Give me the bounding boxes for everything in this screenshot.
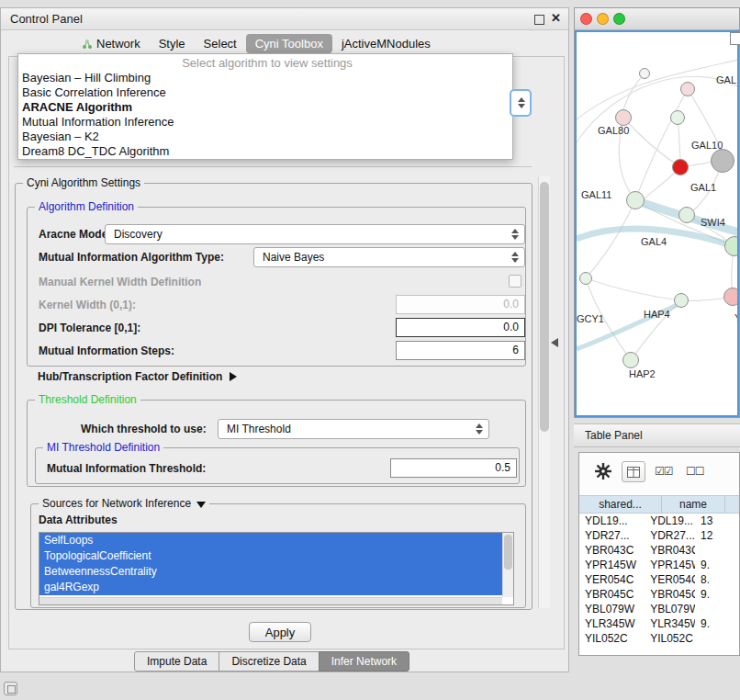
close-icon[interactable]: ✕	[551, 11, 561, 25]
scrollbar-thumb[interactable]	[540, 182, 549, 432]
tab-jactivemnodules[interactable]: jActiveMNodules	[332, 34, 440, 53]
table-row[interactable]: YDR27...YDR27...12	[579, 528, 739, 543]
network-node[interactable]	[723, 288, 737, 306]
table-cell: YDR27...	[579, 528, 645, 543]
combo-value: Discovery	[114, 228, 163, 241]
list-item[interactable]: gal4RGexp	[39, 580, 502, 595]
kernel-width-label: Kernel Width (0,1):	[39, 295, 136, 315]
network-node[interactable]	[626, 191, 645, 209]
which-threshold-combo[interactable]: MI Threshold	[218, 419, 489, 439]
scrollbar-button[interactable]	[730, 32, 740, 45]
column-header-name[interactable]: name	[662, 496, 725, 513]
popup-item[interactable]: Bayesian – K2	[18, 130, 512, 144]
kernel-width-field[interactable]: 0.0	[396, 295, 525, 314]
tab-infer-network[interactable]: Infer Network	[319, 651, 409, 672]
tab-impute-data[interactable]: Impute Data	[134, 651, 219, 672]
zoom-traffic-light-icon[interactable]	[613, 13, 625, 25]
table-cell: YIL052C	[645, 631, 695, 646]
network-node[interactable]	[711, 149, 734, 173]
mi-steps-field[interactable]: 6	[396, 341, 525, 360]
table-cell: YBR043C	[645, 543, 695, 558]
table-cell: YIL052C	[579, 631, 645, 646]
algorithm-dropdown-popup: Select algorithm to view settings Bayesi…	[17, 53, 513, 160]
table-cell: YDR27...	[645, 528, 695, 543]
tab-style[interactable]: Style	[150, 34, 195, 53]
table-row[interactable]: YBL079WYBL079W	[579, 602, 739, 616]
tab-cyni-toolbox[interactable]: Cyni Toolbox	[246, 34, 332, 53]
float-window-icon[interactable]	[534, 15, 544, 25]
mi-threshold-field[interactable]: 0.5	[390, 458, 517, 478]
chevron-up-down-icon	[476, 423, 483, 435]
popup-item-selected[interactable]: ARACNE Algorithm	[18, 100, 512, 115]
network-node[interactable]	[674, 293, 689, 308]
list-item[interactable]: TopologicalCoefficient	[39, 548, 502, 564]
network-view-window: GALGAL80GAL10GAL11GAL1SWI4GAL4GCY1HAP4YH…	[574, 7, 740, 418]
table-cell: YLR345W	[579, 616, 645, 631]
dpi-tolerance-field[interactable]: 0.0	[396, 318, 525, 337]
scrollbar-thumb[interactable]	[504, 535, 512, 570]
network-node[interactable]	[672, 159, 689, 175]
popup-item[interactable]: Mutual Information Inference	[18, 115, 512, 130]
apply-button[interactable]: Apply	[249, 622, 311, 642]
list-item[interactable]: BetweennessCentrality	[39, 564, 502, 580]
network-node-label: GAL1	[690, 182, 716, 193]
minimize-traffic-light-icon[interactable]	[597, 13, 609, 25]
group-title: MI Threshold Definition	[43, 441, 163, 454]
list-horizontal-scrollbar[interactable]	[39, 597, 502, 604]
select-checked-icon[interactable]: ☑☑	[655, 465, 673, 478]
aracne-mode-combo[interactable]: Discovery	[105, 224, 525, 244]
sources-toggle[interactable]: Sources for Network Inference	[39, 497, 209, 510]
column-header-shared-name[interactable]: shared...	[579, 496, 662, 513]
network-node[interactable]	[622, 352, 639, 368]
tab-network[interactable]: Network	[73, 34, 150, 53]
network-node[interactable]	[615, 109, 632, 126]
table-row[interactable]: YBR043CYBR043C	[579, 543, 739, 558]
table-cell: YPR145W	[645, 558, 695, 572]
algorithm-definition-group: Algorithm Definition Aracne Mode: Discov…	[27, 207, 526, 367]
popup-item[interactable]: Dream8 DC_TDC Algorithm	[18, 144, 512, 159]
select-unchecked-icon[interactable]: ☐☐	[686, 465, 704, 478]
tab-select[interactable]: Select	[195, 34, 246, 53]
threshold-definition-group: Threshold Definition Which threshold to …	[27, 400, 526, 487]
screen: Control Panel ✕ Network Style Select Cyn…	[0, 0, 740, 700]
data-attributes-label: Data Attributes	[39, 510, 118, 530]
manual-kernel-checkbox[interactable]	[509, 275, 521, 288]
close-traffic-light-icon[interactable]	[580, 13, 592, 25]
algorithm-combo-fragment[interactable]	[510, 89, 532, 117]
network-node[interactable]	[680, 82, 695, 96]
popup-prompt: Select algorithm to view settings	[18, 56, 512, 71]
table-row[interactable]: YBR045CYBR045C9.	[579, 587, 739, 602]
tab-discretize-data[interactable]: Discretize Data	[219, 651, 319, 672]
table-cell	[695, 631, 739, 646]
network-canvas[interactable]: GALGAL80GAL10GAL11GAL1SWI4GAL4GCY1HAP4YH…	[577, 32, 737, 415]
columns-button[interactable]	[622, 461, 645, 482]
minimized-panel-icon[interactable]	[4, 682, 17, 695]
table-panel-title: Table Panel	[585, 424, 643, 446]
mi-type-combo[interactable]: Naive Bayes	[253, 247, 525, 267]
network-node[interactable]	[579, 272, 592, 285]
list-item[interactable]: SelfLoops	[39, 533, 502, 548]
popup-item[interactable]: Basic Correlation Inference	[18, 85, 512, 100]
list-vertical-scrollbar[interactable]	[502, 533, 513, 597]
hub-definition-toggle[interactable]: Hub/Transcription Factor Definition	[38, 367, 237, 387]
table-cell: YBL079W	[579, 602, 645, 616]
network-node-label: GAL4	[641, 236, 667, 247]
aracne-mode-label: Aracne Mode:	[39, 224, 111, 244]
control-panel-tabbar: Network Style Select Cyni Toolbox jActiv…	[73, 34, 440, 53]
popup-item[interactable]: Bayesian – Hill Climbing	[18, 71, 512, 85]
network-node[interactable]	[678, 207, 695, 223]
column-header-cut[interactable]	[725, 496, 740, 513]
network-node[interactable]	[639, 68, 650, 79]
table-row[interactable]: YDL19...YDL19...13	[579, 514, 739, 528]
gear-icon[interactable]	[594, 462, 612, 480]
network-node[interactable]	[670, 110, 685, 125]
table-row[interactable]: YER054CYER054C8.	[579, 572, 739, 587]
dpi-tolerance-label: DPI Tolerance [0,1]:	[39, 318, 140, 338]
settings-vertical-scrollbar[interactable]	[538, 176, 550, 608]
table-cell: YBR045C	[579, 587, 645, 602]
table-row[interactable]: YLR345WYLR345W9.	[579, 616, 739, 631]
table-row[interactable]: YPR145WYPR145W9.	[579, 558, 739, 572]
table-row[interactable]: YIL052CYIL052C	[579, 631, 739, 646]
network-window-titlebar	[575, 8, 739, 30]
splitter-collapse-arrow[interactable]	[551, 338, 558, 347]
